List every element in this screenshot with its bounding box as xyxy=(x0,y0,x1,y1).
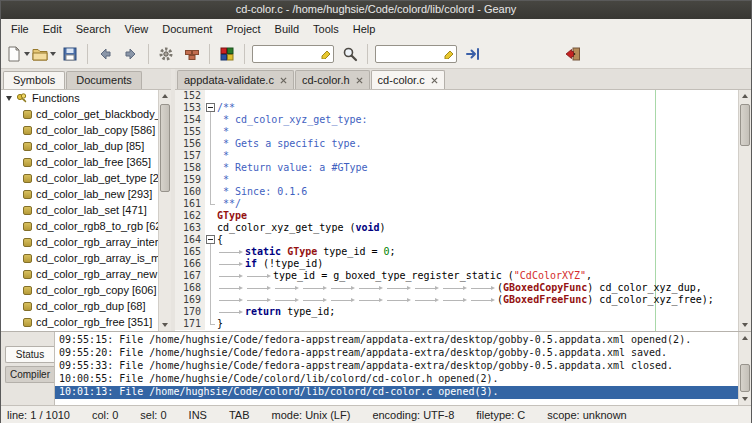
code-line[interactable]: 164{ xyxy=(175,234,738,246)
navigate-back-button[interactable] xyxy=(92,42,118,66)
symbol-item[interactable]: cd_color_rgb_array_is_monotonic xyxy=(1,250,158,266)
toolbar-separator xyxy=(87,44,88,64)
code-line[interactable]: 153/** xyxy=(175,102,738,114)
fold-margin[interactable] xyxy=(205,234,217,246)
code-line[interactable]: 171} xyxy=(175,318,738,330)
scrollbar-thumb[interactable] xyxy=(160,104,170,192)
color-chooser-button[interactable] xyxy=(214,42,240,66)
expander-icon[interactable] xyxy=(6,96,12,101)
symbol-item[interactable]: cd_color_lab_free [365] xyxy=(1,154,158,170)
message-tab-status[interactable]: Status xyxy=(5,346,54,363)
symbol-item[interactable]: cd_color_get_blackbody_rgb [97 xyxy=(1,106,158,122)
menu-project[interactable]: Project xyxy=(219,21,267,37)
build-button[interactable] xyxy=(179,42,205,66)
symbol-item[interactable]: cd_color_rgb_copy [606] xyxy=(1,282,158,298)
menu-search[interactable]: Search xyxy=(69,21,118,37)
code-line[interactable]: 159 * xyxy=(175,174,738,186)
tab-whitespace-icon xyxy=(329,294,357,306)
code-text: return type_id; xyxy=(217,306,335,318)
tab-whitespace-icon xyxy=(301,282,329,294)
symbol-item[interactable]: cd_color_rgb8_to_rgb [626] xyxy=(1,218,158,234)
editor-tab[interactable]: appdata-validate.c xyxy=(177,70,294,89)
menu-file[interactable]: File xyxy=(4,21,36,37)
code-text: (GBoxedFreeFunc) cd_color_xyz_free); xyxy=(217,294,714,306)
sidebar: SymbolsDocuments Functions cd_color_get_… xyxy=(1,69,171,331)
tree-root-functions[interactable]: Functions xyxy=(1,90,158,106)
editor-scrollbar[interactable] xyxy=(738,90,751,331)
titlebar[interactable]: cd-color.c - /home/hughsie/Code/colord/l… xyxy=(1,1,751,19)
code-cm: * Since: 0.1.6 xyxy=(217,186,307,197)
symbol-item[interactable]: cd_color_lab_new [293] xyxy=(1,186,158,202)
editor-tab[interactable]: cd-color.c xyxy=(371,70,445,89)
line-number: 154 xyxy=(175,114,205,126)
quit-button[interactable] xyxy=(560,42,586,66)
code-line[interactable]: 167type_id = g_boxed_type_register_stati… xyxy=(175,270,738,282)
navigate-forward-button[interactable] xyxy=(118,42,144,66)
symbol-item[interactable]: cd_color_lab_set [471] xyxy=(1,202,158,218)
symbol-item[interactable]: cd_color_lab_copy [586] xyxy=(1,122,158,138)
log-line[interactable]: 09:55:15: File /home/hughsie/Code/fedora… xyxy=(55,334,738,347)
scrollbar-thumb[interactable] xyxy=(740,104,750,146)
fold-marker-icon[interactable] xyxy=(206,235,215,244)
fold-margin xyxy=(205,174,217,186)
open-file-button[interactable] xyxy=(31,42,57,66)
symbol-item[interactable]: cd_color_rgb_array_new [896] xyxy=(1,266,158,282)
code-line[interactable]: 154 * cd_color_xyz_get_type: xyxy=(175,114,738,126)
code-line[interactable]: 162GType xyxy=(175,210,738,222)
code-line[interactable]: 156 * Gets a specific type. xyxy=(175,138,738,150)
jump-to-line-button[interactable] xyxy=(460,42,486,66)
line-number: 157 xyxy=(175,150,205,162)
code-line[interactable]: 161 **/ xyxy=(175,198,738,210)
message-tab-compiler[interactable]: Compiler xyxy=(5,366,54,383)
code-line[interactable]: 157 * xyxy=(175,150,738,162)
scrollbar-thumb[interactable] xyxy=(740,364,750,392)
fold-margin[interactable] xyxy=(205,102,217,114)
save-button[interactable] xyxy=(57,42,83,66)
symbol-item[interactable]: cd_color_rgb_array_interpolate [9 xyxy=(1,234,158,250)
log-line[interactable]: 10:00:55: File /home/hughsie/Code/colord… xyxy=(55,373,738,386)
code-line[interactable]: 163cd_color_xyz_get_type (void) xyxy=(175,222,738,234)
method-icon xyxy=(23,318,32,327)
code-line[interactable]: 168(GBoxedCopyFunc) cd_color_xyz_dup, xyxy=(175,282,738,294)
code-area[interactable]: 152153/**154 * cd_color_xyz_get_type:155… xyxy=(175,90,738,331)
symbol-item[interactable]: cd_color_rgb_free [351] xyxy=(1,314,158,330)
code-line[interactable]: 152 xyxy=(175,90,738,102)
fold-marker-icon[interactable] xyxy=(206,103,215,112)
symbol-label: cd_color_get_blackbody_rgb [97 xyxy=(36,108,158,120)
close-icon[interactable] xyxy=(356,77,363,84)
code-line[interactable]: 169(GBoxedFreeFunc) cd_color_xyz_free); xyxy=(175,294,738,306)
code-line[interactable]: 165static GType type_id = 0; xyxy=(175,246,738,258)
code-line[interactable]: 155 * xyxy=(175,126,738,138)
menu-document[interactable]: Document xyxy=(155,21,219,37)
close-icon[interactable] xyxy=(431,77,438,84)
new-file-button[interactable] xyxy=(5,42,31,66)
menu-help[interactable]: Help xyxy=(346,21,383,37)
sidebar-tab-documents[interactable]: Documents xyxy=(66,71,142,89)
symbol-item[interactable]: cd_color_rgb_dup [68] xyxy=(1,298,158,314)
log-line[interactable]: 09:55:20: File /home/hughsie/Code/fedora… xyxy=(55,347,738,360)
log-line[interactable]: 09:55:33: File /home/hughsie/Code/fedora… xyxy=(55,360,738,373)
sidebar-tab-symbols[interactable]: Symbols xyxy=(3,71,65,89)
menu-view[interactable]: View xyxy=(118,21,156,37)
code-line[interactable]: 170return type_id; xyxy=(175,306,738,318)
code-line[interactable]: 160 * Since: 0.1.6 xyxy=(175,186,738,198)
tab-whitespace-icon xyxy=(329,282,357,294)
fold-margin xyxy=(205,150,217,162)
window-title: cd-color.c - /home/hughsie/Code/colord/l… xyxy=(236,3,517,15)
log-line[interactable]: 10:01:13: File /home/hughsie/Code/colord… xyxy=(55,386,738,399)
menu-edit[interactable]: Edit xyxy=(36,21,69,37)
menu-tools[interactable]: Tools xyxy=(306,21,346,37)
menu-build[interactable]: Build xyxy=(268,21,306,37)
close-icon[interactable] xyxy=(280,77,287,84)
line-number: 160 xyxy=(175,186,205,198)
code-line[interactable]: 166if (!type_id) xyxy=(175,258,738,270)
sidebar-scrollbar[interactable] xyxy=(158,90,171,331)
code-line[interactable]: 158 * Return value: a #GType xyxy=(175,162,738,174)
compile-button[interactable] xyxy=(153,42,179,66)
build-brick-icon xyxy=(184,46,200,62)
log-scrollbar[interactable] xyxy=(738,332,751,405)
symbol-item[interactable]: cd_color_lab_get_type [203] xyxy=(1,170,158,186)
editor-tab[interactable]: cd-color.h xyxy=(295,70,370,89)
find-button[interactable] xyxy=(337,42,363,66)
symbol-item[interactable]: cd_color_lab_dup [85] xyxy=(1,138,158,154)
